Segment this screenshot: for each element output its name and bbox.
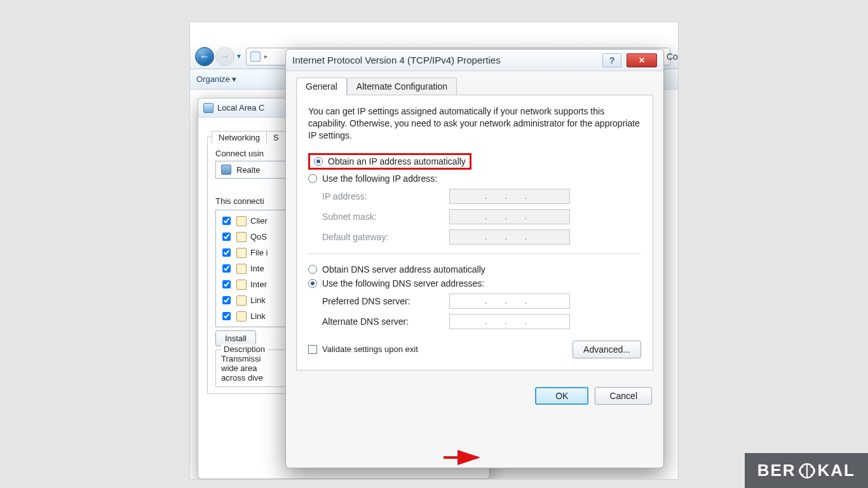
radio-obtain-dns-auto[interactable]: [308, 265, 317, 274]
radio-obtain-ip-auto[interactable]: [314, 157, 323, 166]
list-item-label: File i: [250, 248, 268, 257]
general-panel: You can get IP settings assigned automat…: [296, 95, 653, 370]
preferred-dns-label: Preferred DNS server:: [322, 296, 449, 306]
arrow-left-icon: ←: [200, 51, 210, 62]
watermark: BER KAL: [745, 453, 868, 488]
default-gateway-input: . . .: [449, 229, 570, 245]
network-icon: [250, 51, 261, 62]
network-cable-icon: [203, 103, 214, 113]
partial-text: Conn: [667, 51, 679, 62]
protocol-icon: [236, 280, 247, 290]
ip-address-input: . . .: [449, 189, 570, 204]
advanced-button[interactable]: Advanced...: [573, 341, 641, 358]
checkbox[interactable]: [222, 248, 231, 257]
help-button[interactable]: ?: [602, 53, 621, 67]
radio-label: Obtain an IP address automatically: [328, 156, 466, 166]
lac-title: Local Area C: [217, 103, 264, 112]
alternate-dns-label: Alternate DNS server:: [322, 316, 449, 327]
nav-forward-button[interactable]: →: [215, 47, 234, 66]
organize-menu[interactable]: Organize ▾: [196, 74, 236, 84]
checkbox[interactable]: [222, 264, 231, 273]
ipv4-titlebar: Internet Protocol Version 4 (TCP/IPv4) P…: [286, 50, 663, 71]
dialog-buttons: OK Cancel: [286, 379, 663, 412]
protocol-icon: [236, 311, 247, 322]
service-icon: [236, 232, 247, 242]
preferred-dns-input[interactable]: . . .: [449, 294, 570, 309]
validate-label: Validate settings upon exit: [322, 344, 418, 354]
list-item-label: Link: [250, 311, 266, 321]
list-item-label: Inte: [250, 264, 264, 273]
alternate-dns-input[interactable]: . . .: [449, 314, 570, 329]
cancel-button[interactable]: Cancel: [595, 387, 652, 405]
adapter-icon: [221, 165, 231, 175]
list-item-label: Link: [250, 295, 266, 305]
checkbox[interactable]: [222, 312, 231, 320]
arrow-right-icon: →: [220, 51, 230, 62]
description-label: Description: [221, 344, 268, 354]
service-icon: [236, 248, 247, 258]
radio-use-following-dns[interactable]: [308, 279, 317, 288]
watermark-text-post: KAL: [818, 461, 855, 480]
tab-networking[interactable]: Networking: [212, 131, 267, 144]
highlight-annotation: Obtain an IP address automatically: [308, 153, 471, 170]
chevron-down-icon: ▼: [236, 53, 242, 60]
close-button[interactable]: ✕: [627, 53, 657, 67]
subnet-mask-input: . . .: [449, 209, 570, 224]
screenshot-stage: ← → ▼ ▸ Organize ▾ Conn Local Area C Net…: [189, 22, 679, 480]
subnet-mask-label: Subnet mask:: [322, 212, 449, 222]
radio-use-following-ip[interactable]: [308, 174, 317, 183]
brain-icon: [799, 463, 815, 479]
ipv4-properties-dialog: Internet Protocol Version 4 (TCP/IPv4) P…: [285, 49, 664, 468]
chevron-right-icon: ▸: [264, 53, 268, 60]
radio-label: Obtain DNS server address automatically: [322, 264, 485, 274]
ipv4-tabs: General Alternate Configuration: [296, 78, 653, 95]
ip-address-label: IP address:: [322, 191, 449, 201]
tab-general[interactable]: General: [296, 78, 347, 95]
validate-checkbox[interactable]: [308, 345, 317, 354]
default-gateway-label: Default gateway:: [322, 232, 449, 242]
service-icon: [236, 216, 247, 226]
checkbox[interactable]: [222, 280, 231, 288]
checkbox[interactable]: [222, 233, 231, 241]
checkbox[interactable]: [222, 217, 231, 225]
protocol-icon: [236, 264, 247, 274]
info-text: You can get IP settings assigned automat…: [308, 105, 641, 142]
radio-label: Use the following IP address:: [322, 173, 437, 184]
tab-sharing[interactable]: S: [267, 131, 286, 144]
radio-label: Use the following DNS server addresses:: [322, 278, 484, 288]
list-item-label: Clier: [250, 216, 268, 226]
dialog-title: Internet Protocol Version 4 (TCP/IPv4) P…: [292, 55, 501, 65]
list-item-label: Inter: [250, 280, 267, 289]
ok-button[interactable]: OK: [535, 387, 588, 405]
adapter-name: Realte: [236, 165, 261, 175]
watermark-text-pre: BER: [757, 461, 796, 480]
protocol-icon: [236, 295, 247, 306]
list-item-label: QoS: [250, 232, 267, 241]
nav-back-button[interactable]: ←: [195, 47, 214, 66]
tab-alternate-configuration[interactable]: Alternate Configuration: [347, 78, 457, 95]
checkbox[interactable]: [222, 296, 231, 304]
